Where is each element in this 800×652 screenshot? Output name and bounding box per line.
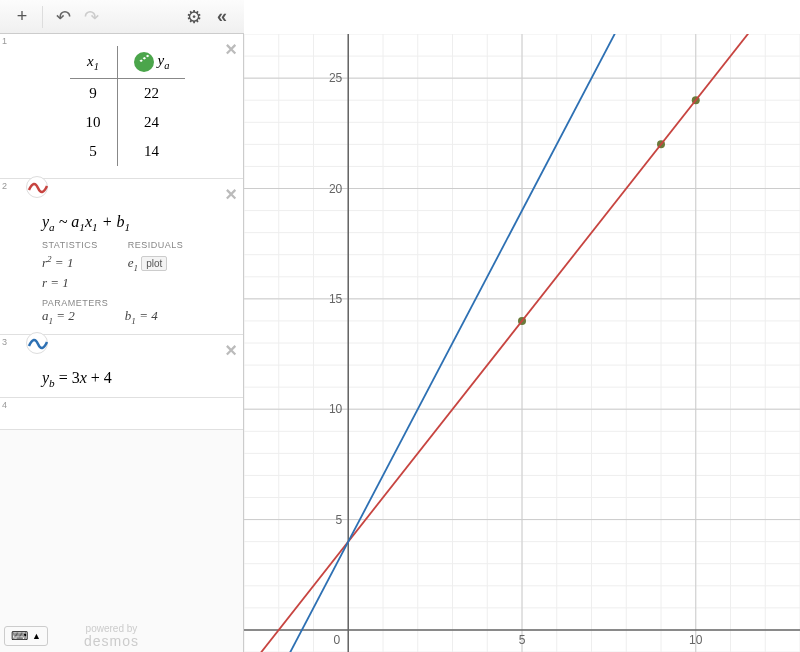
keyboard-button[interactable]: ⌨ ▲ xyxy=(4,626,48,646)
table-header-x[interactable]: x1 xyxy=(70,46,118,79)
redo-button[interactable]: ↷ xyxy=(77,3,105,31)
plot-button[interactable]: plot xyxy=(141,256,167,271)
close-icon[interactable]: × xyxy=(225,38,237,61)
close-icon[interactable]: × xyxy=(225,339,237,362)
table-header-y[interactable]: ya xyxy=(117,46,185,79)
residual-var: e1 xyxy=(128,255,138,270)
powered-by-badge: powered by desmos xyxy=(84,624,139,648)
keyboard-icon: ⌨ xyxy=(11,629,28,643)
graph-svg: 5105101520250 xyxy=(244,34,800,652)
close-icon[interactable]: × xyxy=(225,183,237,206)
table-row[interactable]: 10 24 xyxy=(70,108,186,137)
expression-index: 2 xyxy=(2,181,7,191)
points-icon[interactable] xyxy=(134,52,154,72)
svg-text:25: 25 xyxy=(329,71,343,85)
svg-text:20: 20 xyxy=(329,182,343,196)
param-a1: a1 = 2 xyxy=(42,308,75,326)
toolbar: + ↶ ↷ ⚙ « xyxy=(0,0,244,34)
data-table[interactable]: x1 ya 9 22 10 24 5 14 xyxy=(70,46,186,166)
settings-button[interactable]: ⚙ xyxy=(180,3,208,31)
r-value: r = 1 xyxy=(42,273,98,293)
chevron-up-icon: ▲ xyxy=(32,631,41,641)
svg-text:0: 0 xyxy=(334,633,341,647)
expression-row-regression[interactable]: 2 × ya ~ a1x1 + b1 STATISTICS r2 = 1 r =… xyxy=(0,179,243,335)
graph-canvas[interactable]: 5105101520250 xyxy=(244,34,800,652)
expression-row-empty[interactable]: 4 xyxy=(0,398,243,430)
svg-text:10: 10 xyxy=(689,633,703,647)
regression-icon[interactable] xyxy=(26,176,48,198)
param-b1: b1 = 4 xyxy=(125,308,158,326)
residuals-label: RESIDUALS xyxy=(128,239,184,253)
line-icon[interactable] xyxy=(26,332,48,354)
parameters-label: PARAMETERS xyxy=(42,298,237,308)
table-row[interactable]: 9 22 xyxy=(70,79,186,109)
stats-label: STATISTICS xyxy=(42,239,98,253)
expression-row-line[interactable]: 3 × yb = 3x + 4 xyxy=(0,335,243,398)
expression-row-table[interactable]: 1 × x1 ya 9 22 10 24 xyxy=(0,34,243,179)
add-button[interactable]: + xyxy=(8,3,36,31)
svg-text:10: 10 xyxy=(329,402,343,416)
svg-text:5: 5 xyxy=(336,513,343,527)
undo-button[interactable]: ↶ xyxy=(49,3,77,31)
expression-index: 1 xyxy=(2,36,7,46)
expression-index: 3 xyxy=(2,337,7,347)
regression-formula[interactable]: ya ~ a1x1 + b1 xyxy=(18,213,237,233)
collapse-button[interactable]: « xyxy=(208,3,236,31)
expression-list: 1 × x1 ya 9 22 10 24 xyxy=(0,34,244,652)
expression-index: 4 xyxy=(2,400,7,410)
svg-text:15: 15 xyxy=(329,292,343,306)
svg-text:5: 5 xyxy=(519,633,526,647)
line-formula[interactable]: yb = 3x + 4 xyxy=(18,369,237,389)
r-squared-value: r2 = 1 xyxy=(42,253,98,273)
table-row[interactable]: 5 14 xyxy=(70,137,186,166)
